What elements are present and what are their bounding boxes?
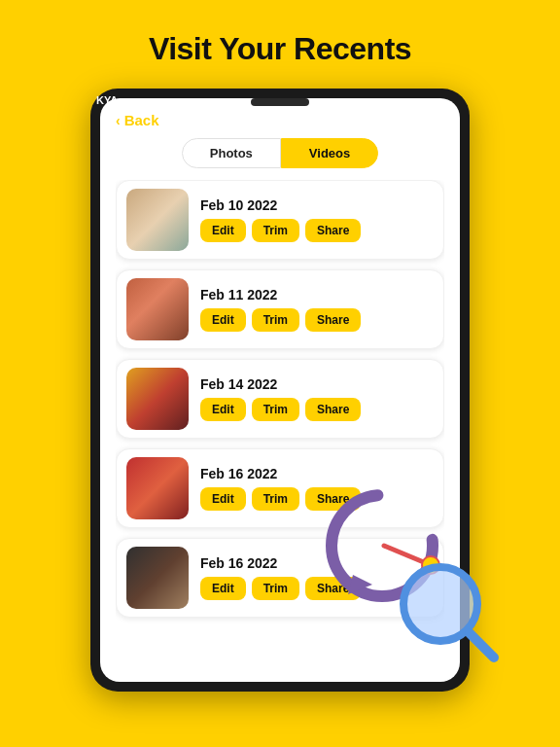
trim-button[interactable]: Trim xyxy=(252,219,299,242)
tab-photos[interactable]: Photos xyxy=(182,138,281,168)
tablet-notch xyxy=(251,98,309,106)
edit-button[interactable]: Edit xyxy=(200,308,246,332)
back-label: Back xyxy=(124,112,159,128)
edit-button[interactable]: Edit xyxy=(200,219,246,242)
item-info: Feb 11 2022EditTrimShare xyxy=(200,287,434,332)
thumbnail-2 xyxy=(126,278,189,340)
item-actions: EditTrimShare xyxy=(200,398,434,421)
item-info: Feb 16 2022EditTrimShare xyxy=(200,555,434,600)
edit-button[interactable]: Edit xyxy=(200,577,246,600)
recent-item: Feb 11 2022EditTrimShare xyxy=(116,269,444,349)
item-info: Feb 14 2022EditTrimShare xyxy=(200,376,434,421)
item-date: Feb 14 2022 xyxy=(200,376,434,392)
item-actions: EditTrimShare xyxy=(200,487,434,511)
edit-button[interactable]: Edit xyxy=(200,398,246,421)
trim-button[interactable]: Trim xyxy=(252,308,299,332)
trim-button[interactable]: Trim xyxy=(252,398,299,421)
item-info: Feb 10 2022EditTrimShare xyxy=(200,197,434,242)
item-date: Feb 10 2022 xyxy=(200,197,434,213)
share-button[interactable]: Share xyxy=(305,398,361,421)
thumbnail-4 xyxy=(126,457,189,519)
svg-line-5 xyxy=(470,633,494,658)
tablet-screen: ‹ Back Photos Videos Feb 10 2022EditTrim… xyxy=(100,98,460,682)
recent-list: Feb 10 2022EditTrimShareFeb 11 2022EditT… xyxy=(116,180,444,672)
thumbnail-1 xyxy=(126,189,189,251)
thumbnail-3 xyxy=(126,368,189,430)
item-info: Feb 16 2022EditTrimShare xyxy=(200,466,434,511)
item-actions: EditTrimShare xyxy=(200,308,434,332)
share-button[interactable]: Share xyxy=(305,219,361,242)
recent-item: Feb 16 2022EditTrimShare xyxy=(116,538,444,618)
item-date: Feb 16 2022 xyxy=(200,466,434,481)
share-button[interactable]: Share xyxy=(305,577,361,600)
recent-item: Feb 10 2022EditTrimShare xyxy=(116,180,444,260)
edit-button[interactable]: Edit xyxy=(200,487,246,511)
screen-inner: ‹ Back Photos Videos Feb 10 2022EditTrim… xyxy=(100,98,460,682)
recent-item: Feb 14 2022EditTrimShare xyxy=(116,359,444,439)
tab-row: Photos Videos xyxy=(116,138,444,168)
back-chevron-icon: ‹ xyxy=(116,113,121,128)
trim-button[interactable]: Trim xyxy=(252,487,299,511)
page-title: Visit Your Recents xyxy=(149,31,411,67)
tablet-frame: ‹ Back Photos Videos Feb 10 2022EditTrim… xyxy=(90,89,470,692)
share-button[interactable]: Share xyxy=(305,308,361,332)
item-actions: EditTrimShare xyxy=(200,219,434,242)
share-button[interactable]: Share xyxy=(305,487,361,511)
recent-item: Feb 16 2022EditTrimShare xyxy=(116,448,444,528)
item-date: Feb 16 2022 xyxy=(200,555,434,571)
item-actions: EditTrimShare xyxy=(200,577,434,600)
tab-videos[interactable]: Videos xyxy=(281,138,378,168)
thumbnail-5 xyxy=(126,547,189,609)
back-button[interactable]: ‹ Back xyxy=(116,112,444,128)
item-date: Feb 11 2022 xyxy=(200,287,434,302)
trim-button[interactable]: Trim xyxy=(252,577,299,600)
